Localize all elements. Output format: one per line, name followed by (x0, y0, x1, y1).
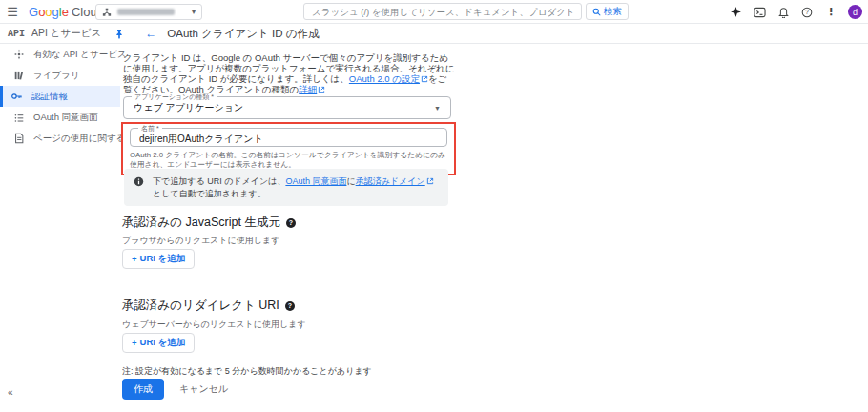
cloud-shell-icon[interactable] (753, 6, 766, 19)
client-name-field: 名前 * (130, 128, 447, 147)
hamburger-menu-icon[interactable]: ☰ (0, 5, 25, 19)
sidebar-item-label: 有効な API とサービス (33, 49, 127, 61)
application-type-select[interactable]: アプリケーションの種類 * ウェブ アプリケーション ▼ (123, 96, 451, 119)
sidebar-item-usage-agreements[interactable]: ページの使用に関する契約 (0, 128, 120, 149)
sidebar-item-label: 認証情報 (31, 91, 68, 103)
search-input[interactable] (304, 4, 581, 19)
back-arrow-icon[interactable]: ← (145, 27, 156, 40)
info-banner: 下で追加する URI のドメインは、OAuth 同意画面に承認済みドメインとして… (124, 169, 448, 206)
sidebar-item-oauth-consent[interactable]: OAuth 同意画面 (0, 107, 120, 128)
gemini-sparkle-icon[interactable] (729, 6, 742, 19)
js-origins-section-subtitle: ブラウザからのリクエストに使用します (122, 235, 279, 247)
external-link-icon (421, 75, 428, 86)
main-content: クライアント ID は、Google の OAuth サーバーで個々のアプリを識… (121, 44, 465, 412)
add-uri-label: URI を追加 (140, 253, 186, 265)
help-icon[interactable]: ? (285, 301, 295, 311)
api-product-logo: API (8, 29, 25, 39)
help-icon[interactable]: ? (286, 218, 296, 228)
project-selector[interactable]: ▾ (95, 4, 202, 20)
add-redirect-uri-button[interactable]: + URI を追加 (122, 333, 195, 353)
page-title: OAuth クライアント ID の作成 (167, 27, 319, 41)
logo-letter: o (45, 5, 52, 19)
sidebar-item-library[interactable]: ライブラリ (0, 65, 120, 86)
consent-screen-list-icon (13, 112, 25, 123)
sidebar-item-credentials[interactable]: 認証情報 (0, 86, 120, 107)
oauth-consent-screen-link[interactable]: OAuth 同意画面 (285, 176, 346, 186)
info-icon (134, 176, 144, 199)
oauth-settings-link[interactable]: OAuth 2.0 の設定 (349, 73, 420, 84)
add-uri-label: URI を追加 (140, 337, 186, 349)
plus-icon: + (132, 254, 137, 264)
svg-text:?: ? (805, 9, 809, 15)
logo-letter: e (62, 5, 69, 19)
sidebar-nav: 有効な API とサービス ライブラリ 認証情報 OAuth 同意画面 ページの… (0, 44, 120, 149)
key-icon (10, 91, 23, 102)
account-avatar[interactable]: d (848, 5, 862, 19)
search-button[interactable]: 検索 (586, 3, 629, 20)
create-button[interactable]: 作成 (122, 379, 164, 400)
chevron-down-icon: ▾ (192, 8, 196, 16)
google-cloud-logo[interactable]: GoogleCloud (29, 5, 104, 19)
project-name-redacted (117, 9, 175, 15)
client-name-label: 名前 * (138, 125, 162, 133)
client-name-input[interactable] (131, 131, 430, 148)
info-banner-text: 下で追加する URI のドメインは、OAuth 同意画面に承認済みドメインとして… (153, 175, 439, 199)
project-icon (102, 8, 112, 17)
redirect-uris-section-title: 承認済みのリダイレクト URI ? (122, 298, 295, 314)
dropdown-caret-icon: ▼ (434, 105, 441, 112)
banner-text: として自動で追加されます。 (153, 189, 266, 198)
application-type-label: アプリケーションの種類 * (132, 93, 217, 101)
library-icon (13, 70, 25, 81)
banner-text: に (346, 176, 355, 186)
section-title-text: 承認済みのリダイレクト URI (122, 298, 279, 314)
global-search (303, 3, 582, 20)
topbar-actions: ? ⋮ d (729, 0, 862, 24)
logo-letter: G (29, 5, 38, 19)
top-app-bar: ☰ GoogleCloud ▾ 検索 ? ⋮ d (0, 0, 868, 24)
help-icon[interactable]: ? (800, 6, 814, 19)
add-js-origin-uri-button[interactable]: + URI を追加 (122, 249, 195, 269)
section-title-text: 承認済みの JavaScript 生成元 (122, 215, 280, 231)
more-vertical-icon[interactable]: ⋮ (824, 6, 837, 19)
notifications-bell-icon[interactable] (776, 6, 790, 19)
sidebar-item-label: OAuth 同意画面 (33, 112, 98, 124)
sidebar-item-label: ライブラリ (33, 70, 80, 82)
agreement-document-icon (13, 133, 25, 144)
js-origins-section-title: 承認済みの JavaScript 生成元 ? (122, 215, 296, 231)
pin-icon[interactable] (114, 29, 124, 39)
banner-text: 下で追加する URI のドメインは、 (153, 176, 285, 186)
cancel-button[interactable]: キャンセル (179, 382, 228, 396)
client-name-helper-text: OAuth 2.0 クライアントの名前。この名前はコンソールでクライアントを識別… (130, 151, 447, 169)
dashboard-compass-icon (13, 49, 25, 60)
external-link-icon (426, 176, 434, 188)
authorized-domains-link[interactable]: 承認済みドメイン (356, 176, 425, 186)
search-icon (592, 8, 601, 16)
name-field-highlight-box: 名前 * OAuth 2.0 クライアントの名前。この名前はコンソールでクライア… (121, 122, 456, 175)
form-actions: 作成 キャンセル (122, 379, 228, 400)
redirect-uris-section-subtitle: ウェブサーバーからのリクエストに使用します (122, 319, 306, 331)
product-header: API API とサービス ← OAuth クライアント ID の作成 (0, 24, 868, 44)
collapse-sidebar-icon[interactable]: « (8, 387, 13, 398)
product-name[interactable]: API とサービス (31, 27, 101, 40)
search-button-label: 検索 (604, 6, 622, 18)
logo-letter: g (52, 5, 59, 19)
settings-delay-note: 注: 設定が有効になるまで 5 分から数時間かかることがあります (122, 365, 372, 378)
client-types-details-link[interactable]: 詳細 (299, 84, 317, 94)
sidebar-item-enabled-apis[interactable]: 有効な API とサービス (0, 44, 120, 65)
intro-paragraph: クライアント ID は、Google の OAuth サーバーで個々のアプリを識… (123, 53, 455, 96)
external-link-icon (318, 86, 325, 96)
plus-icon: + (132, 338, 137, 348)
